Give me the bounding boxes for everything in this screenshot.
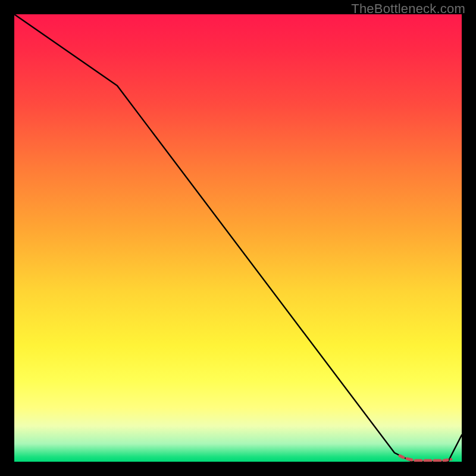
bottleneck-curve — [14, 14, 462, 462]
svg-line-5 — [444, 460, 447, 461]
plot-area — [14, 14, 462, 462]
chart-frame: TheBottleneck.com — [0, 0, 476, 476]
chart-overlay — [14, 14, 462, 462]
svg-line-1 — [407, 459, 412, 460]
svg-point-6 — [450, 458, 452, 461]
minimum-marker — [400, 456, 452, 461]
svg-line-0 — [400, 456, 403, 458]
